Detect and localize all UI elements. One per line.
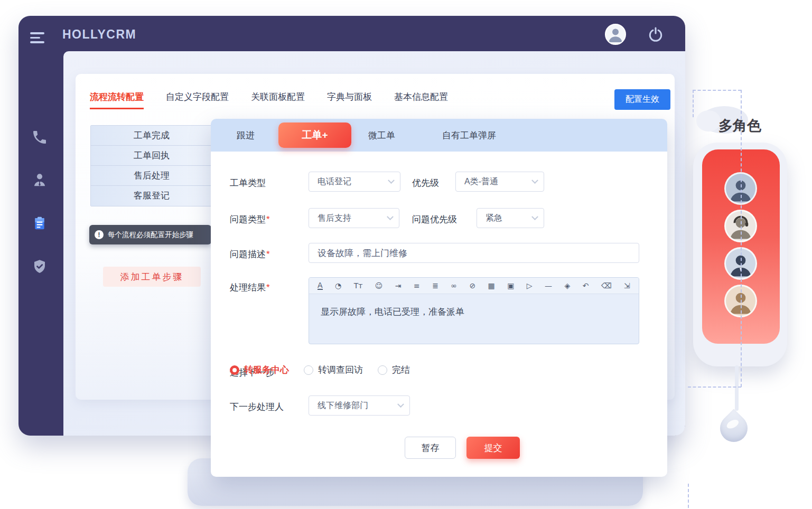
issue-desc-input[interactable]: 设备故障，需上门维修 <box>309 243 639 263</box>
tab-dictionary-panel[interactable]: 字典与面板 <box>327 91 372 108</box>
issue-type-select[interactable]: 售后支持 <box>309 208 399 228</box>
user-avatar[interactable] <box>605 24 626 45</box>
result-richtext-editor[interactable]: A ◔ Tт ☺ ⇥ ≡ ≣ ∞ ⊘ ▦ ▣ ▷ — ◈ ↶ ⌫ ⇲ 显示屏故障… <box>309 277 639 344</box>
flow-item-complete[interactable]: 工单完成 <box>91 126 212 146</box>
tab-custom-fields[interactable]: 自定义字段配置 <box>166 91 229 108</box>
tab-basic-info[interactable]: 基本信息配置 <box>394 91 448 108</box>
config-tabbar: 流程流转配置 自定义字段配置 关联面板配置 字典与面板 基本信息配置 <box>90 91 448 109</box>
flow-item-aftersales[interactable]: 售后处理 <box>91 166 212 186</box>
add-step-button[interactable]: 添加工单步骤 <box>103 267 201 287</box>
sidebar-workorder-icon-active[interactable] <box>31 215 48 232</box>
chevron-down-icon <box>531 177 538 184</box>
table-icon[interactable]: ▦ <box>488 282 495 289</box>
text-format-icon[interactable]: Tт <box>354 282 363 289</box>
next-handler-label: 下一步处理人 <box>230 401 284 413</box>
notice-tooltip: ! 每个流程必须配置开始步骤 <box>89 225 211 244</box>
image-icon[interactable]: ▣ <box>507 282 514 289</box>
workorder-modal: 跟进 工单+ 微工单 自有工单弹屏 工单类型 电话登记 优先级 A类-普通 问题… <box>211 119 667 477</box>
radio-finish[interactable] <box>378 365 387 375</box>
priority-label: 优先级 <box>412 177 439 189</box>
dashed-guide-bottom-stub <box>688 484 689 508</box>
editor-toolbar: A ◔ Tт ☺ ⇥ ≡ ≣ ∞ ⊘ ▦ ▣ ▷ — ◈ ↶ ⌫ ⇲ <box>309 278 639 294</box>
ticket-type-select[interactable]: 电话登记 <box>309 172 400 192</box>
radio-service-center-label[interactable]: 转服务中心 <box>244 364 289 376</box>
flow-item-register[interactable]: 客服登记 <box>91 186 212 206</box>
issue-type-label: 问题类型* <box>230 213 270 225</box>
save-draft-button[interactable]: 暂存 <box>405 437 456 459</box>
drop-stem-shape <box>735 365 739 411</box>
flow-item-receipt[interactable]: 工单回执 <box>91 146 212 166</box>
result-label: 处理结果* <box>230 281 270 294</box>
radio-survey-callback-label[interactable]: 转调查回访 <box>318 364 363 376</box>
chevron-down-icon <box>397 401 404 408</box>
ticket-type-label: 工单类型 <box>230 177 266 189</box>
link-add-icon[interactable]: ∞ <box>451 282 457 289</box>
menu-hamburger-icon[interactable] <box>30 32 45 45</box>
next-handler-select[interactable]: 线下维修部门 <box>309 395 410 416</box>
flow-step-list: 工单完成 工单回执 售后处理 客服登记 <box>90 125 213 206</box>
modal-tab-workorder-active[interactable]: 工单+ <box>278 122 351 148</box>
fullscreen-icon[interactable]: ⇲ <box>624 282 630 289</box>
list-icon[interactable]: ≣ <box>432 282 438 289</box>
indent-icon[interactable]: ⇥ <box>395 282 402 289</box>
modal-tab-own-popup[interactable]: 自有工单弹屏 <box>442 119 496 152</box>
apply-config-button[interactable]: 配置生效 <box>614 89 670 110</box>
modal-tab-follow[interactable]: 跟进 <box>237 119 255 152</box>
divider-icon[interactable]: — <box>545 282 552 289</box>
water-drop-shape <box>714 409 753 448</box>
issue-desc-label: 问题描述* <box>230 248 270 260</box>
multi-role-annotation: 多角色 <box>718 116 761 135</box>
delete-icon[interactable]: ⌫ <box>601 282 612 289</box>
notice-text: 每个流程必须配置开始步骤 <box>108 230 193 240</box>
tab-linked-panel[interactable]: 关联面板配置 <box>251 91 305 108</box>
next-step-radio-group: 转服务中心 转调查回访 完结 <box>230 364 425 376</box>
dashed-guide-bottom <box>688 387 741 388</box>
exclamation-icon: ! <box>95 230 104 239</box>
undo-icon[interactable]: ↶ <box>583 282 589 289</box>
radio-finish-label[interactable]: 完结 <box>392 364 410 376</box>
chevron-down-icon <box>531 213 538 220</box>
eraser-icon[interactable]: ◈ <box>564 282 570 289</box>
brand-logo: HOLLYCRM <box>62 27 136 42</box>
modal-tabbar: 跟进 工单+ 微工单 自有工单弹屏 <box>211 119 667 152</box>
emoji-icon[interactable]: ☺ <box>375 282 383 289</box>
sidebar-phone-icon[interactable] <box>31 129 48 146</box>
sidebar-security-icon[interactable] <box>31 258 48 275</box>
issue-priority-label: 问题优先级 <box>412 213 457 225</box>
submit-button[interactable]: 提交 <box>466 437 520 459</box>
chevron-down-icon <box>387 213 394 220</box>
result-editor-content[interactable]: 显示屏故障，电话已受理，准备派单 <box>309 294 639 329</box>
sidebar-customer-icon[interactable] <box>31 172 48 188</box>
align-icon[interactable]: ≡ <box>414 282 420 289</box>
video-icon[interactable]: ▷ <box>527 282 533 289</box>
screen: HOLLYCRM 流程流转配置 自定义字段配置 关联面板配置 字典与面板 基本信… <box>0 0 812 509</box>
radio-survey-callback[interactable] <box>304 365 313 375</box>
issue-priority-select[interactable]: 紧急 <box>477 208 544 228</box>
dashed-guide-top <box>693 90 741 91</box>
radio-service-center[interactable] <box>230 365 239 375</box>
priority-select[interactable]: A类-普通 <box>455 172 544 192</box>
font-style-icon[interactable]: A <box>318 281 323 290</box>
tab-flow-config[interactable]: 流程流转配置 <box>90 91 144 109</box>
chevron-down-icon <box>388 177 395 184</box>
modal-tab-micro-order[interactable]: 微工单 <box>368 119 395 152</box>
logout-power-icon[interactable] <box>647 26 664 43</box>
dashed-guide-left-stub <box>693 90 694 117</box>
color-palette-icon[interactable]: ◔ <box>335 282 341 289</box>
link-remove-icon[interactable]: ⊘ <box>469 282 475 289</box>
